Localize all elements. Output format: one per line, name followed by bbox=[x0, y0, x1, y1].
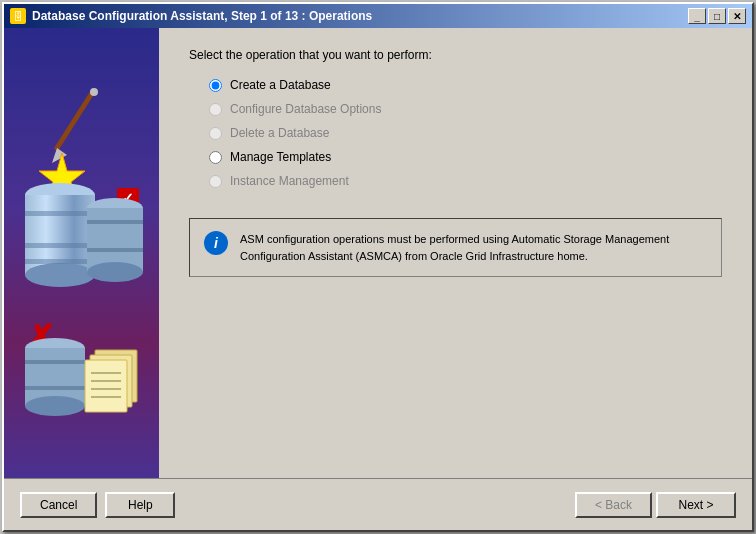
radio-option-templates[interactable]: Manage Templates bbox=[209, 150, 722, 164]
svg-point-8 bbox=[25, 263, 95, 287]
title-bar: 🗄 Database Configuration Assistant, Step… bbox=[4, 4, 752, 28]
svg-rect-21 bbox=[25, 360, 85, 364]
illustration: ✓ bbox=[17, 83, 147, 423]
info-box: i ASM configuration operations must be p… bbox=[189, 218, 722, 277]
maximize-button[interactable]: □ bbox=[708, 8, 726, 24]
info-icon: i bbox=[204, 231, 228, 255]
radio-option-delete[interactable]: Delete a Database bbox=[209, 126, 722, 140]
bottom-left-buttons: Cancel Help bbox=[20, 492, 175, 518]
svg-rect-9 bbox=[25, 211, 95, 216]
title-bar-buttons: _ □ ✕ bbox=[688, 8, 746, 24]
bottom-bar: Cancel Help < Back Next > bbox=[4, 478, 752, 530]
title-bar-left: 🗄 Database Configuration Assistant, Step… bbox=[10, 8, 372, 24]
label-configure: Configure Database Options bbox=[230, 102, 381, 116]
illustration-svg: ✓ bbox=[17, 83, 147, 423]
radio-configure[interactable] bbox=[209, 103, 222, 116]
window-content: ✓ bbox=[4, 28, 752, 478]
svg-rect-11 bbox=[25, 259, 95, 264]
close-button[interactable]: ✕ bbox=[728, 8, 746, 24]
svg-rect-25 bbox=[85, 360, 127, 412]
radio-option-create-db[interactable]: Create a Database bbox=[209, 78, 722, 92]
app-icon: 🗄 bbox=[10, 8, 26, 24]
illustration-panel: ✓ bbox=[4, 28, 159, 478]
help-button[interactable]: Help bbox=[105, 492, 175, 518]
radio-delete[interactable] bbox=[209, 127, 222, 140]
minimize-button[interactable]: _ bbox=[688, 8, 706, 24]
radio-option-configure[interactable]: Configure Database Options bbox=[209, 102, 722, 116]
bottom-right-buttons: < Back Next > bbox=[575, 492, 736, 518]
radio-templates[interactable] bbox=[209, 151, 222, 164]
svg-point-20 bbox=[25, 396, 85, 416]
label-templates: Manage Templates bbox=[230, 150, 331, 164]
svg-rect-22 bbox=[25, 386, 85, 390]
label-create-db: Create a Database bbox=[230, 78, 331, 92]
main-window: 🗄 Database Configuration Assistant, Step… bbox=[2, 2, 754, 532]
back-button[interactable]: < Back bbox=[575, 492, 652, 518]
right-panel: Select the operation that you want to pe… bbox=[159, 28, 752, 478]
info-text: ASM configuration operations must be per… bbox=[240, 231, 707, 264]
next-button[interactable]: Next > bbox=[656, 492, 736, 518]
cancel-button[interactable]: Cancel bbox=[20, 492, 97, 518]
radio-option-instance[interactable]: Instance Management bbox=[209, 174, 722, 188]
svg-rect-10 bbox=[25, 243, 95, 248]
svg-rect-16 bbox=[87, 248, 143, 252]
svg-rect-15 bbox=[87, 220, 143, 224]
svg-line-0 bbox=[57, 93, 92, 148]
instruction-text: Select the operation that you want to pe… bbox=[189, 48, 722, 62]
label-instance: Instance Management bbox=[230, 174, 349, 188]
window-title: Database Configuration Assistant, Step 1… bbox=[32, 9, 372, 23]
label-delete: Delete a Database bbox=[230, 126, 329, 140]
radio-create-db[interactable] bbox=[209, 79, 222, 92]
radio-instance[interactable] bbox=[209, 175, 222, 188]
svg-point-1 bbox=[90, 88, 98, 96]
svg-point-14 bbox=[87, 262, 143, 282]
radio-group: Create a Database Configure Database Opt… bbox=[209, 78, 722, 188]
